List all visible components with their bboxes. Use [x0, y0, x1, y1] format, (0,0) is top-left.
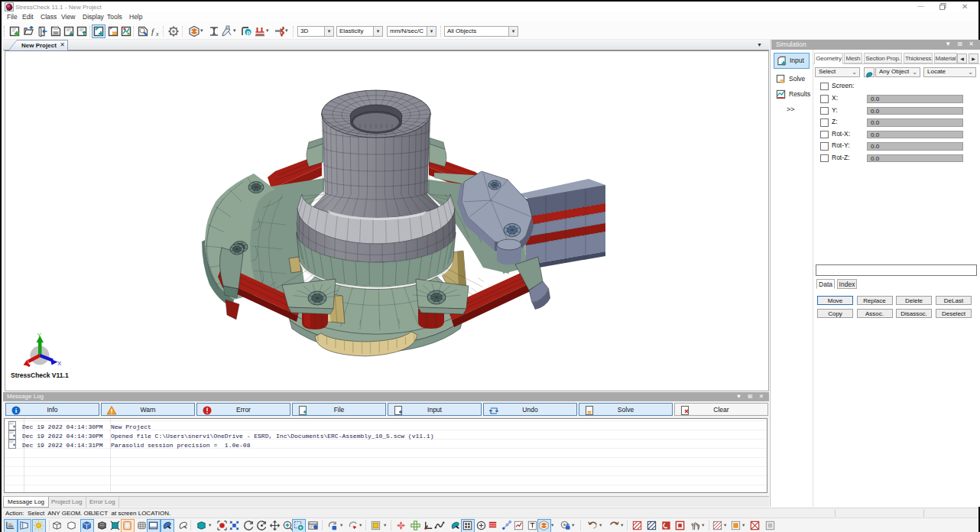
svg-text:p: p — [247, 29, 251, 36]
svg-text:Y: Y — [37, 332, 42, 339]
svg-text:f: f — [151, 27, 155, 36]
svg-text:x: x — [155, 31, 159, 37]
svg-text:X: X — [57, 360, 62, 367]
